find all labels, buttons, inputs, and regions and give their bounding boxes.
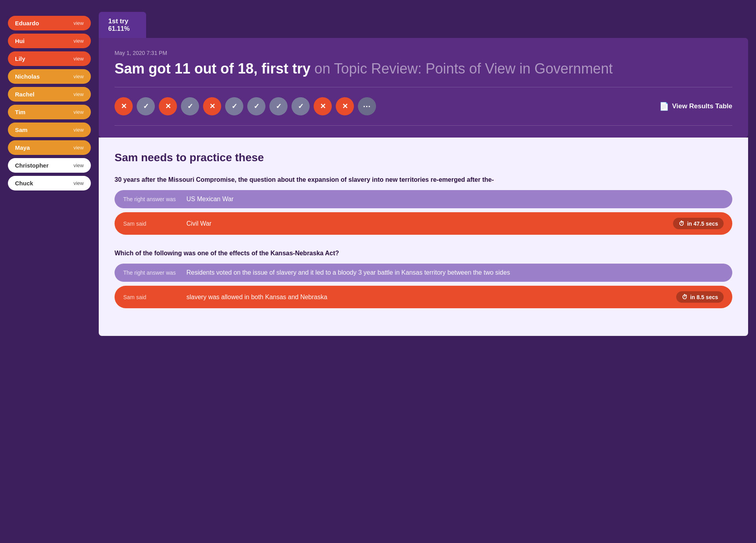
wrong-answer-text-1: slavery was allowed in both Kansas and N… [186,294,668,301]
wrong-label-1: Sam said [123,294,179,300]
sidebar-item-nicholas[interactable]: Nicholas view [8,69,91,84]
result-title: Sam got 11 out of 18, first try on Topic… [115,60,732,77]
view-link: view [73,127,84,133]
view-link: view [73,74,84,79]
sidebar-item-christopher[interactable]: Christopher view [8,158,91,173]
result-date: May 1, 2020 7:31 PM [115,50,732,56]
correct-answer-row-0: The right answer was US Mexican War [115,190,732,208]
indicator-3: ✓ [181,97,199,115]
sidebar-item-lily[interactable]: Lily view [8,51,91,66]
sidebar-item-hui[interactable]: Hui view [8,34,91,48]
view-link: view [73,91,84,97]
student-name: Hui [15,38,24,44]
indicator-5: ✓ [225,97,243,115]
correct-label-1: The right answer was [123,270,179,276]
student-name: Chuck [15,180,33,187]
indicator-9: ✕ [314,97,332,115]
correct-answer-row-1: The right answer was Residents voted on … [115,264,732,282]
practice-section: Sam needs to practice these 30 years aft… [99,138,748,336]
view-link: view [73,145,84,151]
clock-icon-0: ⏱ [679,220,685,227]
indicator-4: ✕ [203,97,221,115]
time-text-0: in 47.5 secs [687,221,718,227]
indicators-row: ✕✓✕✓✕✓✓✓✓✕✕···📄View Results Table [115,97,732,126]
time-badge-1: ⏱ in 8.5 secs [676,291,724,303]
question-block-0: 30 years after the Missouri Compromise, … [115,175,732,235]
view-link: view [73,56,84,62]
result-title-strong: Sam got 11 out of 18, first try [115,60,310,77]
sidebar-item-eduardo[interactable]: Eduardo view [8,16,91,30]
correct-answer-text-0: US Mexican War [186,196,724,203]
result-header: May 1, 2020 7:31 PM Sam got 11 out of 18… [115,50,732,87]
view-results-label: View Results Table [672,102,732,110]
view-results-button[interactable]: 📄View Results Table [659,102,732,111]
question-text-0: 30 years after the Missouri Compromise, … [115,175,732,185]
time-badge-0: ⏱ in 47.5 secs [673,218,724,229]
main-content: 1st try 61.11% May 1, 2020 7:31 PM Sam g… [99,12,748,531]
student-name: Sam [15,126,28,133]
view-link: view [73,20,84,26]
indicator-2: ✕ [159,97,177,115]
student-name: Maya [15,144,30,151]
percent-label: 61.11% [108,25,137,32]
student-name: Nicholas [15,73,40,80]
sidebar-item-sam[interactable]: Sam view [8,123,91,137]
sidebar-item-maya[interactable]: Maya view [8,140,91,155]
correct-label-0: The right answer was [123,196,179,202]
wrong-answer-row-1: Sam said slavery was allowed in both Kan… [115,286,732,308]
indicator-6: ✓ [247,97,265,115]
try-label: 1st try [108,17,137,25]
indicator-10: ✕ [336,97,354,115]
result-title-dim: on Topic Review: Points of View in Gover… [314,60,613,77]
correct-answer-text-1: Residents voted on the issue of slavery … [186,269,724,276]
question-block-1: Which of the following was one of the ef… [115,249,732,308]
wrong-label-0: Sam said [123,221,179,227]
sidebar-item-chuck[interactable]: Chuck view [8,176,91,190]
view-link: view [73,38,84,44]
time-text-1: in 8.5 secs [690,294,718,300]
student-name: Tim [15,109,25,115]
student-name: Lily [15,55,25,62]
clock-icon-1: ⏱ [682,294,688,300]
tab-first-try[interactable]: 1st try 61.11% [99,12,146,38]
indicator-1: ✓ [137,97,155,115]
indicator-11: ··· [358,97,376,115]
practice-title: Sam needs to practice these [115,151,732,164]
wrong-answer-row-0: Sam said Civil War ⏱ in 47.5 secs [115,212,732,235]
indicator-0: ✕ [115,97,133,115]
sidebar-item-tim[interactable]: Tim view [8,105,91,119]
question-text-1: Which of the following was one of the ef… [115,249,732,258]
content-card: May 1, 2020 7:31 PM Sam got 11 out of 18… [99,38,748,138]
sidebar: Eduardo view Hui view Lily view Nicholas… [8,12,91,531]
indicator-8: ✓ [291,97,310,115]
wrong-answer-text-0: Civil War [186,220,665,227]
document-icon: 📄 [659,102,669,111]
view-link: view [73,109,84,115]
tab-bar: 1st try 61.11% [99,12,748,38]
student-name: Eduardo [15,20,39,26]
student-name: Rachel [15,91,34,98]
view-link: view [73,180,84,186]
indicator-7: ✓ [269,97,288,115]
student-name: Christopher [15,162,49,169]
sidebar-item-rachel[interactable]: Rachel view [8,87,91,102]
view-link: view [73,162,84,168]
